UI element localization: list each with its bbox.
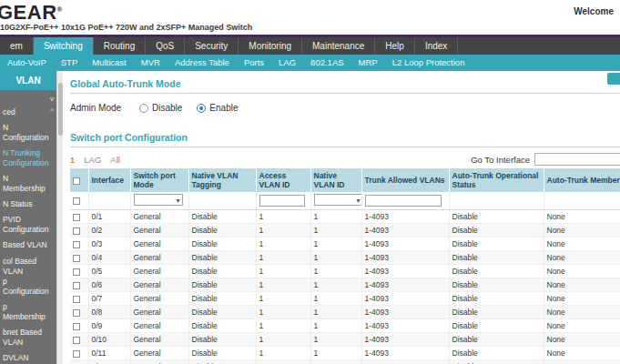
- sidebar-item[interactable]: N Trunking Configuration: [0, 146, 56, 171]
- column-header-auto-trunk-member-ports[interactable]: Auto-Trunk Member Ports: [544, 168, 620, 192]
- tab-maintenance[interactable]: Maintenance: [302, 37, 375, 55]
- sidebar-item[interactable]: v: [0, 93, 56, 105]
- checkbox-cell: [70, 278, 88, 292]
- cell-native-vlan-tagging: Disable: [188, 292, 256, 306]
- select-all-checkbox[interactable]: [73, 177, 80, 185]
- filter-checkbox[interactable]: [73, 197, 80, 205]
- tab-switching[interactable]: Switching: [34, 37, 94, 55]
- cell-trunk-allowed-vlans: 1-4093: [361, 224, 449, 238]
- main-area: VLAN vced^N ConfigurationN Trunking Conf…: [0, 71, 620, 364]
- admin-mode-radio-group: DisableEnable: [139, 103, 253, 113]
- all-link[interactable]: All: [110, 155, 120, 165]
- chevron-down-icon: v: [50, 95, 54, 104]
- sidebar-item[interactable]: p Membership: [0, 299, 56, 325]
- cell-auto-trunk-member-ports: None: [544, 306, 620, 319]
- pager-top: 1 LAG All Go To Interface: [70, 153, 620, 166]
- row-checkbox[interactable]: [73, 241, 80, 248]
- goto-interface-input[interactable]: [534, 153, 620, 166]
- checkbox-cell: [70, 292, 88, 306]
- radio-enable[interactable]: Enable: [197, 103, 238, 113]
- sidebar-item[interactable]: N Status: [0, 197, 56, 212]
- row-checkbox[interactable]: [73, 309, 80, 317]
- cell-access-vlan-id: 1: [256, 347, 310, 360]
- row-checkbox[interactable]: [73, 296, 80, 303]
- cell-auto-trunk-operational-status: Disable: [449, 210, 544, 224]
- row-checkbox[interactable]: [73, 228, 80, 235]
- tab-qos[interactable]: QoS: [146, 37, 185, 55]
- filter-cell: [449, 192, 544, 210]
- cell-switch-port-mode: General: [130, 238, 188, 251]
- radio-disable[interactable]: Disable: [139, 103, 182, 113]
- sidebar-header-vlan[interactable]: VLAN: [0, 71, 56, 90]
- column-header-access-vlan-id[interactable]: Access VLAN ID: [256, 168, 310, 192]
- subtab-l2-loop-protection[interactable]: L2 Loop Protection: [385, 55, 473, 71]
- filter-cell: [361, 192, 449, 210]
- tab-em[interactable]: em: [0, 37, 34, 55]
- row-checkbox[interactable]: [73, 350, 80, 358]
- cell-switch-port-mode: General: [130, 333, 188, 347]
- subtab-address-table[interactable]: Address Table: [168, 55, 237, 71]
- cell-access-vlan-id: 1: [256, 224, 310, 238]
- column-header-interface[interactable]: Interface: [88, 168, 130, 192]
- chevron-up-icon: ^: [50, 106, 54, 116]
- sidebar-item[interactable]: N Configuration: [0, 120, 56, 146]
- sidebar-item-label: N Configuration: [3, 123, 49, 142]
- cell-interface: 0/10: [88, 333, 130, 347]
- subtab-auto-voip[interactable]: Auto-VoIP: [0, 55, 54, 71]
- tab-index[interactable]: Index: [415, 37, 458, 55]
- cell-native-vlan-tagging: Disable: [188, 251, 256, 265]
- column-header-native-vlan-id[interactable]: Native VLAN ID: [310, 168, 361, 192]
- sidebar-item[interactable]: PVID Configuration: [0, 212, 56, 238]
- sidebar-item-label: bnet Based VLAN: [3, 328, 42, 347]
- page-number[interactable]: 1: [70, 155, 75, 165]
- scrollbar-thumb[interactable]: [58, 83, 63, 136]
- filter-select-native-vlan-id[interactable]: [314, 194, 362, 206]
- tab-monitoring[interactable]: Monitoring: [239, 37, 302, 55]
- tab-help[interactable]: Help: [375, 37, 415, 55]
- filter-input-access-vlan-id[interactable]: [259, 195, 305, 207]
- subtab-mrp[interactable]: MRP: [351, 55, 385, 71]
- sidebar-item[interactable]: ced^: [0, 105, 56, 120]
- row-checkbox[interactable]: [73, 214, 80, 221]
- row-checkbox[interactable]: [73, 282, 80, 289]
- filter-input-trunk-allowed-vlans[interactable]: [365, 195, 442, 207]
- sidebar-item[interactable]: Based VLAN: [0, 238, 56, 253]
- sidebar-item-label: ced: [3, 107, 15, 116]
- cell-auto-trunk-operational-status: Disable: [449, 265, 544, 278]
- sidebar-item[interactable]: bnet Based VLAN: [0, 325, 56, 350]
- subtab-stp[interactable]: STP: [54, 55, 85, 71]
- column-header-switch-port-mode[interactable]: Switch port Mode: [130, 168, 188, 192]
- subtab-mvr[interactable]: MVR: [134, 55, 168, 71]
- filter-select-switch-port-mode[interactable]: [134, 194, 183, 206]
- column-header-auto-trunk-operational-status[interactable]: Auto-Trunk Operational Status: [449, 168, 544, 192]
- row-checkbox[interactable]: [73, 337, 80, 344]
- cell-trunk-allowed-vlans: 1-4093: [361, 347, 449, 360]
- sidebar-item[interactable]: col Based VLAN p Configuration: [0, 254, 56, 299]
- subtab-ports[interactable]: Ports: [237, 55, 271, 71]
- row-checkbox[interactable]: [73, 268, 80, 276]
- row-checkbox[interactable]: [73, 323, 80, 330]
- column-header-trunk-allowed-vlans[interactable]: Trunk Allowed VLANs: [361, 168, 449, 192]
- sidebar-scrollbar[interactable]: [56, 71, 63, 364]
- subtab-lag[interactable]: LAG: [271, 55, 303, 71]
- table-row: 0/8GeneralDisable111-4093DisableNone: [70, 306, 620, 319]
- lag-link[interactable]: LAG: [84, 155, 101, 165]
- sidebar-item[interactable]: N Membership: [0, 171, 56, 197]
- cell-trunk-allowed-vlans: 1-4093: [361, 251, 449, 265]
- cell-auto-trunk-operational-status: Disable: [449, 278, 544, 292]
- column-header-native-vlan-tagging[interactable]: Native VLAN Tagging: [188, 168, 256, 192]
- subtab-802-1as[interactable]: 802.1AS: [303, 55, 351, 71]
- tab-routing[interactable]: Routing: [94, 37, 146, 55]
- cell-auto-trunk-operational-status: Disable: [449, 319, 544, 333]
- filter-cell: [88, 192, 130, 210]
- table-row: 0/12GeneralDisable111-4093DisableNone: [70, 360, 620, 364]
- help-button[interactable]: [607, 73, 620, 85]
- row-checkbox[interactable]: [73, 255, 80, 262]
- sidebar-item[interactable]: DVLAN iguration: [0, 350, 56, 364]
- filter-cell: [130, 192, 188, 210]
- table-header-row: InterfaceSwitch port ModeNative VLAN Tag…: [70, 168, 620, 192]
- tab-security[interactable]: Security: [185, 37, 239, 55]
- cell-auto-trunk-member-ports: None: [544, 265, 620, 278]
- subtab-multicast[interactable]: Multicast: [85, 55, 133, 71]
- sidebar-item-label: N Status: [3, 199, 33, 208]
